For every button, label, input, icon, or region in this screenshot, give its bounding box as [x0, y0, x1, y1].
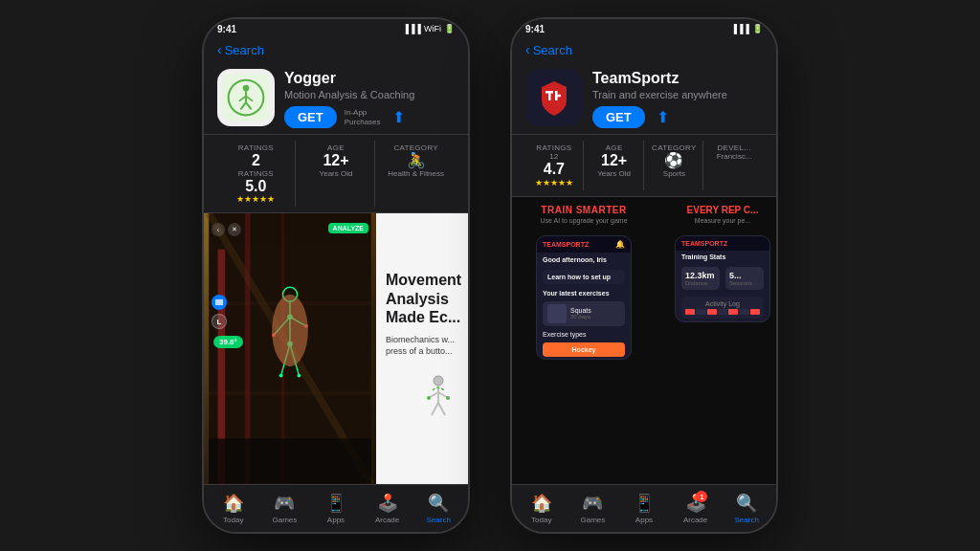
yogger-app-subtitle: Motion Analysis & Coaching	[284, 89, 455, 100]
ts-greeting-text: Good afternoon, Iris	[543, 256, 625, 263]
yogger-screenshots-area: ANALYZE 39.8° ‹ ✕ L	[204, 213, 468, 484]
yogger-age-sub: Years Old	[298, 169, 375, 178]
yogger-score: 5.0	[217, 178, 295, 195]
yogger-ratings-row: RATINGS 2 RATINGS 5.0 ★★★★★ AGE 12+ Year…	[204, 134, 468, 213]
yogger-in-app-text: In-AppPurchases	[345, 108, 381, 126]
app-header-left: Yogger Motion Analysis & Coaching GET In…	[204, 63, 468, 134]
back-label-right: Search	[533, 43, 572, 57]
ts-exercises-title: Your latest exercises	[537, 287, 631, 299]
yogger-category: CATEGORY 🚴 Health & Fitness	[377, 141, 455, 207]
yogger-app-info: Yogger Motion Analysis & Coaching GET In…	[284, 69, 455, 128]
ts-ratings-count: 12	[525, 152, 583, 161]
yogger-get-button[interactable]: GET	[284, 106, 337, 128]
tab-today-left[interactable]: 🏠 Today	[208, 493, 259, 524]
phone-left: 9:41 ▐▐▐ WiFi 🔋 ‹ Search	[202, 17, 470, 534]
tab-bar-right: 🏠 Today 🎮 Games 📱 Apps 🕹️ 1 Arcade	[512, 484, 776, 532]
ts-stats-row: 12.3km Distance 5... Sessions	[676, 263, 769, 294]
chevron-left-icon-right: ‹	[525, 42, 530, 57]
ts-phone-mockup-2: TEAMSPORTZ Training Stats 12.3km Distanc…	[675, 235, 770, 322]
ts-types-title: Exercise types	[537, 328, 631, 341]
ts-age-label: AGE	[586, 143, 643, 152]
tab-search-left[interactable]: 🔍 Search	[412, 493, 464, 524]
ts-calendar-grid	[685, 309, 760, 315]
ts-mockup-greeting: Good afternoon, Iris	[537, 253, 631, 267]
ts-exercise-name: Squats	[570, 307, 591, 314]
ts-mockup-logo: TEAMSPORTZ	[543, 241, 589, 248]
signal-icon-right: ▐▐▐	[731, 24, 749, 33]
cal-day-6	[739, 309, 748, 315]
ts-exercise-squats: Squats 30 days	[543, 301, 625, 326]
yogger-category-icon: 🚴	[377, 152, 455, 169]
svg-point-26	[279, 374, 283, 378]
prev-arrow[interactable]: ‹	[212, 223, 225, 236]
cal-day-5	[728, 309, 738, 315]
apps-icon-right: 📱	[634, 493, 655, 514]
tab-games-right[interactable]: 🎮 Games	[568, 493, 619, 524]
phones-container: 9:41 ▐▐▐ WiFi 🔋 ‹ Search	[0, 0, 980, 551]
yogger-age-label: AGE	[298, 143, 375, 152]
games-icon: 🎮	[274, 493, 295, 514]
tab-apps-right[interactable]: 📱 Apps	[618, 493, 670, 524]
angle-badge: 39.8°	[213, 336, 243, 348]
ts-stars: ★★★★★	[525, 178, 583, 187]
tab-search-label-right: Search	[734, 516, 758, 524]
app-header-right: TeamSportz Train and exercise anywhere G…	[512, 63, 776, 134]
close-circle[interactable]: ✕	[228, 223, 241, 236]
tab-arcade-left[interactable]: 🕹️ Arcade	[362, 493, 413, 524]
ts-hockey-button[interactable]: Hockey	[543, 342, 625, 357]
phone-right: 9:41 ▐▐▐ 🔋 ‹ Search	[510, 17, 778, 534]
back-button-left[interactable]: ‹ Search	[217, 42, 455, 57]
status-time-right: 9:41	[525, 24, 545, 34]
train-smarter-header: TRAIN SMARTER Use AI to upgrade your gam…	[512, 197, 656, 231]
ts-ratings-label: RATINGS	[525, 143, 583, 152]
cal-day-4	[718, 309, 727, 315]
ts-stats-title: Training Stats	[676, 251, 769, 263]
teamsportz-dev: DEVEL... Francisc...	[705, 141, 763, 190]
teamsportz-screenshot-1: TRAIN SMARTER Use AI to upgrade your gam…	[512, 197, 656, 484]
screen-left: 9:41 ▐▐▐ WiFi 🔋 ‹ Search	[204, 19, 468, 532]
side-dots: L	[212, 295, 227, 329]
teamsportz-share-button[interactable]: ⬆	[653, 107, 674, 128]
every-rep-sub: Measure your pe...	[663, 217, 776, 224]
ts-category-icon: ⚽	[646, 152, 703, 169]
cal-day-2	[696, 309, 705, 315]
svg-rect-15	[209, 439, 371, 484]
ts-distance-value: 12.3km	[685, 271, 716, 280]
ts-setup-card: Learn how to set up	[543, 270, 625, 284]
svg-point-27	[298, 374, 301, 378]
yogger-ratings-value: 2	[217, 152, 295, 169]
teamsportz-screenshot-2: EVERY REP C... Measure your pe... TEAMSP…	[656, 197, 776, 484]
ts-phone-mockup-1: TEAMSPORTZ 🔔 Good afternoon, Iris Learn …	[536, 235, 632, 360]
yogger-card-illustration	[410, 369, 467, 427]
tab-today-label-left: Today	[223, 516, 243, 524]
train-smarter-sub: Use AI to upgrade your game	[520, 217, 648, 224]
cal-day-7	[750, 309, 760, 315]
tab-games-left[interactable]: 🎮 Games	[259, 493, 311, 524]
tab-games-label-right: Games	[580, 516, 605, 524]
every-rep-header: EVERY REP C... Measure your pe...	[656, 197, 776, 231]
status-bar-left: 9:41 ▐▐▐ WiFi 🔋	[204, 19, 468, 38]
today-icon: 🏠	[223, 493, 244, 514]
yogger-ratings-count-label: RATINGS	[217, 169, 295, 178]
status-icons-left: ▐▐▐ WiFi 🔋	[403, 24, 455, 33]
ts-setup-label: Learn how to set up	[547, 274, 620, 280]
arcade-icon-left: 🕹️	[377, 493, 398, 514]
ts-exercise-reps: 30 days	[570, 314, 591, 320]
tab-search-right[interactable]: 🔍 Search	[721, 493, 772, 524]
back-button-right[interactable]: ‹ Search	[525, 42, 763, 57]
teamsportz-get-button[interactable]: GET	[592, 106, 645, 128]
ts-mockup-header: TEAMSPORTZ 🔔	[537, 236, 631, 253]
ts-age-value: 12+	[586, 152, 643, 169]
yogger-ratings-label: RATINGS	[217, 143, 295, 152]
tab-search-label-left: Search	[426, 516, 450, 524]
nav-back-left: ‹ Search	[204, 38, 468, 63]
yogger-share-button[interactable]: ⬆	[389, 107, 410, 128]
yogger-screenshot-2: MovementAnalysisMade Ec... Biomechanics …	[376, 213, 468, 484]
nav-back-right: ‹ Search	[512, 38, 776, 63]
tab-arcade-right[interactable]: 🕹️ 1 Arcade	[670, 493, 722, 524]
teamsportz-category: CATEGORY ⚽ Sports	[646, 141, 704, 190]
tab-today-right[interactable]: 🏠 Today	[516, 493, 568, 524]
tab-apps-left[interactable]: 📱 Apps	[310, 493, 362, 524]
app-icon-yogger	[217, 69, 275, 126]
status-icons-right: ▐▐▐ 🔋	[731, 24, 763, 33]
